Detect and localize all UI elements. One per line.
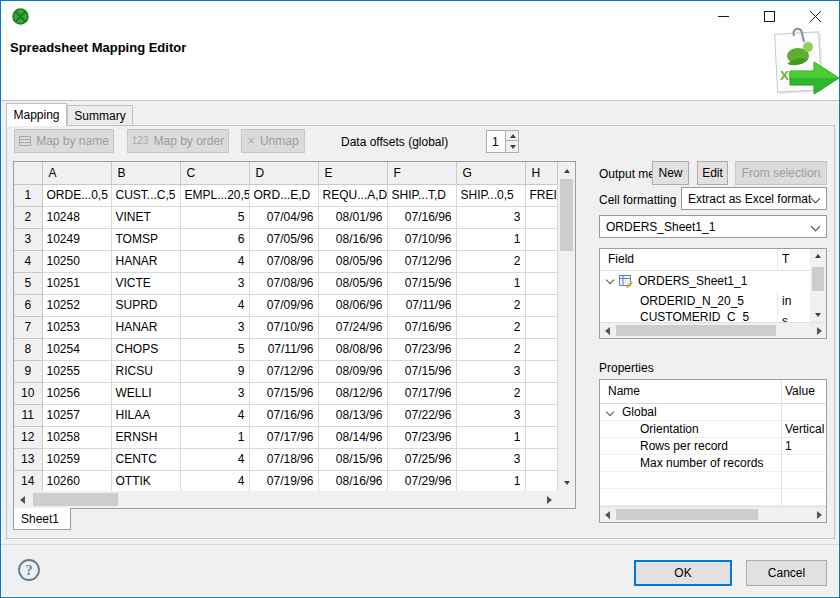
row-header[interactable]: 8 <box>14 338 42 360</box>
column-header-a[interactable]: A <box>42 162 111 184</box>
grid-cell[interactable]: 10252 <box>42 294 111 316</box>
grid-cell[interactable]: 07/23/96 <box>387 426 456 448</box>
grid-cell[interactable] <box>525 272 557 294</box>
horizontal-scroll-thumb[interactable] <box>33 493 118 506</box>
grid-cell[interactable]: 07/16/96 <box>387 206 456 228</box>
grid-cell[interactable]: 2 <box>456 382 525 404</box>
grid-cell[interactable]: 2 <box>456 294 525 316</box>
grid-cell[interactable]: 3 <box>456 404 525 426</box>
grid-cell[interactable]: 3 <box>180 382 249 404</box>
horizontal-scroll-thumb[interactable] <box>616 325 776 336</box>
from-selection-button[interactable]: From selection <box>735 161 827 185</box>
grid-cell[interactable]: 07/24/96 <box>318 316 387 338</box>
grid-cell[interactable] <box>525 470 557 491</box>
grid-cell[interactable]: 10251 <box>42 272 111 294</box>
grid-cell[interactable] <box>525 294 557 316</box>
grid-cell[interactable]: VICTE <box>111 272 180 294</box>
grid-cell[interactable]: VINET <box>111 206 180 228</box>
grid-horizontal-scrollbar[interactable] <box>14 491 558 508</box>
grid-cell[interactable]: 08/12/96 <box>318 382 387 404</box>
grid-cell[interactable]: 5 <box>180 206 249 228</box>
spinner-up-button[interactable] <box>506 131 519 141</box>
row-header[interactable]: 5 <box>14 272 42 294</box>
grid-cell[interactable] <box>525 382 557 404</box>
scroll-left-button[interactable] <box>14 491 31 508</box>
grid-cell[interactable]: 1 <box>456 228 525 250</box>
grid-cell[interactable]: WELLI <box>111 382 180 404</box>
grid-cell[interactable]: 2 <box>456 316 525 338</box>
scroll-left-button[interactable] <box>600 507 614 522</box>
new-metadata-button[interactable]: New <box>652 161 689 185</box>
grid-cell[interactable] <box>525 404 557 426</box>
field-tree-item[interactable]: ORDERID_N_20_5in <box>600 291 810 311</box>
grid-cell[interactable]: 07/29/96 <box>387 470 456 491</box>
row-header[interactable]: 6 <box>14 294 42 316</box>
grid-cell[interactable]: 10255 <box>42 360 111 382</box>
mapping-select[interactable]: ORDERS_Sheet1_1 <box>599 215 827 238</box>
grid-cell[interactable]: 4 <box>180 294 249 316</box>
grid-cell[interactable]: CUST...C,5 <box>111 184 180 206</box>
grid-cell[interactable]: 10249 <box>42 228 111 250</box>
scroll-up-button[interactable] <box>810 249 826 263</box>
column-header-f[interactable]: F <box>387 162 456 184</box>
field-tree-item[interactable]: CUSTOMERID_C_5s <box>600 311 810 322</box>
help-button[interactable]: ? <box>17 558 41 582</box>
grid-cell[interactable]: 07/11/96 <box>249 338 318 360</box>
grid-cell[interactable]: ORD...E,D <box>249 184 318 206</box>
grid-cell[interactable]: 07/17/96 <box>387 382 456 404</box>
grid-cell[interactable]: 10248 <box>42 206 111 228</box>
column-header-b[interactable]: B <box>111 162 180 184</box>
row-header[interactable]: 2 <box>14 206 42 228</box>
grid-cell[interactable]: 07/10/96 <box>249 316 318 338</box>
grid-cell[interactable]: 07/08/96 <box>249 250 318 272</box>
grid-cell[interactable]: 1 <box>456 426 525 448</box>
property-group-global[interactable]: Global <box>600 404 826 421</box>
field-tree-vertical-scrollbar[interactable] <box>810 249 826 322</box>
row-header[interactable]: 4 <box>14 250 42 272</box>
grid-cell[interactable]: 07/12/96 <box>249 360 318 382</box>
grid-cell[interactable]: 2 <box>456 250 525 272</box>
grid-cell[interactable]: 10257 <box>42 404 111 426</box>
grid-cell[interactable] <box>525 250 557 272</box>
grid-cell[interactable]: 07/05/96 <box>249 228 318 250</box>
row-header[interactable]: 9 <box>14 360 42 382</box>
spinner-down-button[interactable] <box>506 142 519 152</box>
grid-cell[interactable]: 3 <box>180 272 249 294</box>
grid-cell[interactable]: 07/16/96 <box>249 404 318 426</box>
grid-cell[interactable]: 07/19/96 <box>249 470 318 491</box>
grid-cell[interactable]: 07/16/96 <box>387 316 456 338</box>
grid-cell[interactable]: 08/16/96 <box>318 228 387 250</box>
edit-metadata-button[interactable]: Edit <box>697 161 728 185</box>
grid-cell[interactable]: 2 <box>456 338 525 360</box>
row-header[interactable]: 13 <box>14 448 42 470</box>
grid-cell[interactable]: 08/16/96 <box>318 470 387 491</box>
property-row[interactable]: Rows per record1 <box>600 438 826 455</box>
grid-cell[interactable]: 07/23/96 <box>387 338 456 360</box>
scroll-up-button[interactable] <box>558 162 575 179</box>
grid-cell[interactable]: ERNSH <box>111 426 180 448</box>
field-tree-root[interactable]: ORDERS_Sheet1_1 <box>600 271 810 291</box>
grid-cell[interactable]: 4 <box>180 470 249 491</box>
grid-cell[interactable]: 08/08/96 <box>318 338 387 360</box>
grid-cell[interactable]: 07/09/96 <box>249 294 318 316</box>
sheet-tab-sheet1[interactable]: Sheet1 <box>13 508 71 530</box>
grid-cell[interactable]: 4 <box>180 250 249 272</box>
grid-cell[interactable]: CHOPS <box>111 338 180 360</box>
grid-cell[interactable]: ORDE...0,5 <box>42 184 111 206</box>
grid-cell[interactable]: 4 <box>180 404 249 426</box>
grid-cell[interactable]: 08/06/96 <box>318 294 387 316</box>
grid-cell[interactable]: 07/22/96 <box>387 404 456 426</box>
grid-vertical-scrollbar[interactable] <box>558 162 575 491</box>
cell-formatting-select[interactable]: Extract as Excel format <box>681 187 827 210</box>
grid-cell[interactable]: 3 <box>180 316 249 338</box>
grid-cell[interactable]: 07/08/96 <box>249 272 318 294</box>
field-tree-horizontal-scrollbar[interactable] <box>600 322 826 338</box>
grid-cell[interactable]: TOMSP <box>111 228 180 250</box>
scroll-right-button[interactable] <box>812 323 826 338</box>
unmap-button[interactable]: × Unmap <box>241 129 305 153</box>
grid-cell[interactable]: 07/12/96 <box>387 250 456 272</box>
grid-cell[interactable] <box>525 360 557 382</box>
grid-cell[interactable]: 1 <box>180 426 249 448</box>
grid-cell[interactable]: 07/15/96 <box>249 382 318 404</box>
grid-cell[interactable]: 07/17/96 <box>249 426 318 448</box>
